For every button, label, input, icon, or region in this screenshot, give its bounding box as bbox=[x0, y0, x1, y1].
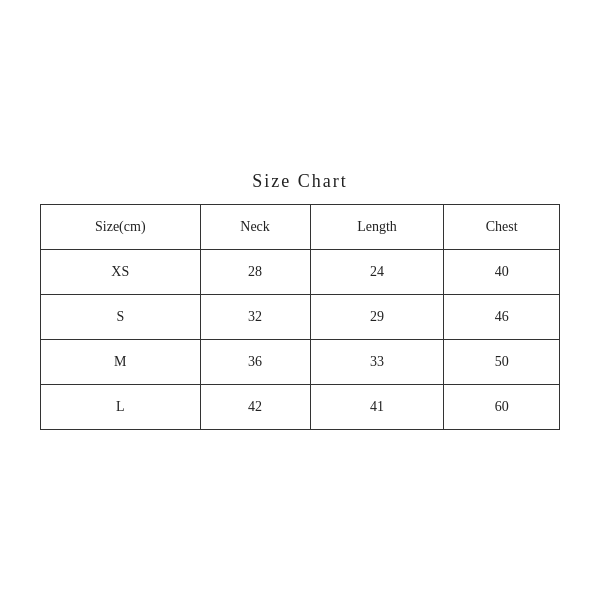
col-header-length: Length bbox=[310, 204, 444, 249]
size-chart-container: Size Chart Size(cm) Neck Length Chest XS… bbox=[40, 171, 560, 430]
cell-size: M bbox=[41, 339, 201, 384]
cell-length: 41 bbox=[310, 384, 444, 429]
cell-size: XS bbox=[41, 249, 201, 294]
cell-length: 29 bbox=[310, 294, 444, 339]
cell-size: S bbox=[41, 294, 201, 339]
col-header-chest: Chest bbox=[444, 204, 560, 249]
chart-title: Size Chart bbox=[40, 171, 560, 192]
cell-length: 24 bbox=[310, 249, 444, 294]
cell-chest: 60 bbox=[444, 384, 560, 429]
cell-neck: 42 bbox=[200, 384, 310, 429]
table-row: M363350 bbox=[41, 339, 560, 384]
table-row: L424160 bbox=[41, 384, 560, 429]
cell-neck: 32 bbox=[200, 294, 310, 339]
col-header-neck: Neck bbox=[200, 204, 310, 249]
col-header-size: Size(cm) bbox=[41, 204, 201, 249]
cell-neck: 28 bbox=[200, 249, 310, 294]
cell-neck: 36 bbox=[200, 339, 310, 384]
cell-chest: 50 bbox=[444, 339, 560, 384]
cell-length: 33 bbox=[310, 339, 444, 384]
size-table: Size(cm) Neck Length Chest XS282440S3229… bbox=[40, 204, 560, 430]
table-header-row: Size(cm) Neck Length Chest bbox=[41, 204, 560, 249]
cell-size: L bbox=[41, 384, 201, 429]
cell-chest: 46 bbox=[444, 294, 560, 339]
cell-chest: 40 bbox=[444, 249, 560, 294]
table-row: XS282440 bbox=[41, 249, 560, 294]
table-row: S322946 bbox=[41, 294, 560, 339]
